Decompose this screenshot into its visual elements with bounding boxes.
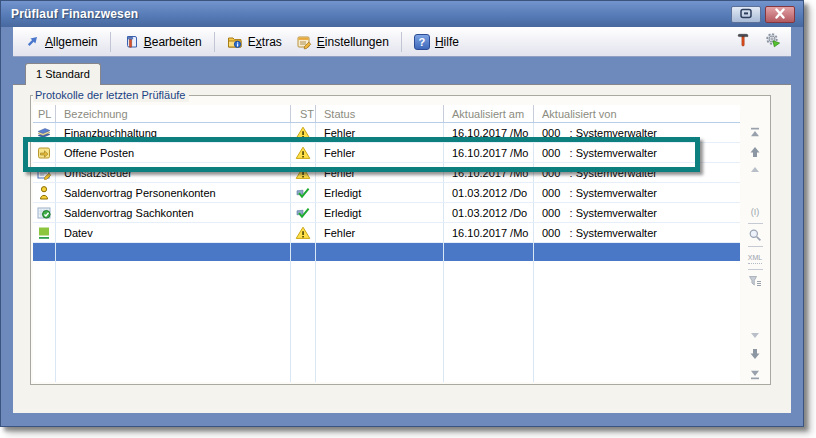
toolbar-separator [110, 32, 111, 52]
datev-icon [36, 225, 52, 241]
gear-run-button[interactable] [765, 32, 781, 52]
rollup-button[interactable] [731, 6, 761, 23]
scroll-down-button[interactable] [746, 327, 764, 343]
warning-icon [295, 225, 311, 241]
tabstrip: 1 Standard [13, 57, 791, 84]
table-empty-area [33, 261, 740, 382]
cell-aktualisiert-von: 000 : Systemverwalter [533, 203, 740, 222]
cell-aktualisiert-am: 16.10.2017 /Mo [443, 223, 533, 242]
cell-status: Erledigt [315, 203, 443, 222]
cell-status: Fehler [315, 223, 443, 242]
xml-icon: XML [748, 253, 762, 264]
toolbar-item-extras[interactable]: Extras [220, 31, 289, 53]
column-header-st[interactable]: ST [290, 105, 315, 122]
jump-top-icon [748, 126, 762, 140]
toolbar-item-allgemein[interactable]: Allgemein [17, 31, 105, 53]
window-title: Prüflauf Finanzwesen [11, 7, 727, 21]
toolbar-items: AllgemeinBearbeitenExtrasEinstellungen?H… [17, 31, 466, 53]
toolbar-item-label: Allgemein [45, 35, 98, 49]
annotation-highlight-box [23, 137, 700, 172]
help-icon: ? [414, 34, 430, 50]
filter-icon [748, 274, 762, 288]
extras-folder-icon [227, 34, 243, 50]
toolbar-item-einstellungen[interactable]: Einstellungen [289, 31, 396, 53]
table-row[interactable]: Saldenvortrag SachkontenErledigt01.03.20… [33, 203, 740, 223]
groupbox-legend: Protokolle der letzten Prüfläufe [33, 89, 189, 102]
cell-bezeichnung: Saldenvortrag Personenkonten [55, 183, 290, 202]
cell-status: Erledigt [315, 183, 443, 202]
cell-aktualisiert-von: 000 : Systemverwalter [533, 183, 740, 202]
cell-st [290, 183, 315, 202]
toolbar-item-label: Einstellungen [317, 35, 389, 49]
toolbar: AllgemeinBearbeitenExtrasEinstellungen?H… [13, 27, 791, 57]
cell-aktualisiert-am: 01.03.2012 /Do [443, 203, 533, 222]
column-header-aktualisiert-von[interactable]: Aktualisiert von [533, 105, 740, 122]
toolbar-right [735, 32, 787, 52]
toolbar-separator [214, 32, 215, 52]
move-down-icon [748, 347, 762, 361]
cell-st [290, 223, 315, 242]
close-button[interactable] [765, 6, 795, 23]
screen: Prüflauf Finanzwesen AllgemeinBearbeiten… [0, 0, 816, 438]
side-toolbar-separator [748, 246, 763, 247]
xml-button[interactable]: XML [746, 250, 764, 266]
edit-tool-icon [123, 34, 139, 50]
move-down-button[interactable] [746, 346, 764, 362]
search-button[interactable] [746, 227, 764, 243]
jump-bottom-button[interactable] [746, 366, 764, 382]
toolbar-separator [401, 32, 402, 52]
arrow-ne-icon [24, 34, 40, 50]
titlebar[interactable]: Prüflauf Finanzwesen [1, 1, 803, 27]
tab-page: Protokolle der letzten Prüfläufe PLBezei… [13, 84, 791, 413]
side-toolbar-separator [748, 223, 763, 224]
gear-run-icon [765, 32, 781, 48]
column-header-pl[interactable]: PL [33, 105, 55, 122]
search-icon [748, 228, 762, 242]
table-side-toolbar: (I)XML [742, 105, 768, 382]
hammer-icon [735, 32, 751, 48]
table-row[interactable]: DatevFehler16.10.2017 /Mo000 : Systemver… [33, 223, 740, 243]
table-row[interactable]: Saldenvortrag PersonenkontenErledigt01.0… [33, 183, 740, 203]
cell-bezeichnung: Saldenvortrag Sachkonten [55, 203, 290, 222]
scroll-down-icon [748, 328, 762, 342]
scroll-up-icon [748, 163, 762, 177]
cell-st [290, 203, 315, 222]
filter-button[interactable] [746, 273, 764, 289]
toolbar-item-bearbeiten[interactable]: Bearbeiten [116, 31, 209, 53]
rollup-icon [738, 5, 754, 23]
brackets-button[interactable]: (I) [746, 204, 764, 220]
toolbar-item-hilfe[interactable]: ?Hilfe [407, 31, 466, 53]
close-icon [773, 5, 787, 23]
column-header-aktualisiert-am[interactable]: Aktualisiert am [443, 105, 533, 122]
settings-form-icon [296, 34, 312, 50]
globe-check-icon [36, 205, 52, 221]
selected-empty-row[interactable] [33, 243, 740, 261]
move-up-icon [748, 145, 762, 159]
jump-top-button[interactable] [746, 125, 764, 141]
side-toolbar-separator [748, 269, 763, 270]
done-icon [295, 205, 311, 221]
cell-bezeichnung: Datev [55, 223, 290, 242]
table-header-row: PLBezeichnungSTStatusAktualisiert amAktu… [33, 105, 740, 123]
column-header-status[interactable]: Status [315, 105, 443, 122]
move-up-button[interactable] [746, 144, 764, 160]
done-icon [295, 185, 311, 201]
cell-aktualisiert-am: 01.03.2012 /Do [443, 183, 533, 202]
toolbar-item-label: Bearbeiten [144, 35, 202, 49]
scroll-up-button[interactable] [746, 162, 764, 178]
column-header-bezeichnung[interactable]: Bezeichnung [55, 105, 290, 122]
jump-bottom-icon [748, 367, 762, 381]
person-icon [36, 185, 52, 201]
tab-standard[interactable]: 1 Standard [25, 63, 101, 85]
brackets-icon: (I) [751, 208, 760, 217]
toolbar-item-label: Extras [248, 35, 282, 49]
cell-aktualisiert-von: 000 : Systemverwalter [533, 223, 740, 242]
hammer-button[interactable] [735, 32, 751, 52]
toolbar-item-label: Hilfe [435, 35, 459, 49]
app-window: Prüflauf Finanzwesen AllgemeinBearbeiten… [0, 0, 804, 427]
